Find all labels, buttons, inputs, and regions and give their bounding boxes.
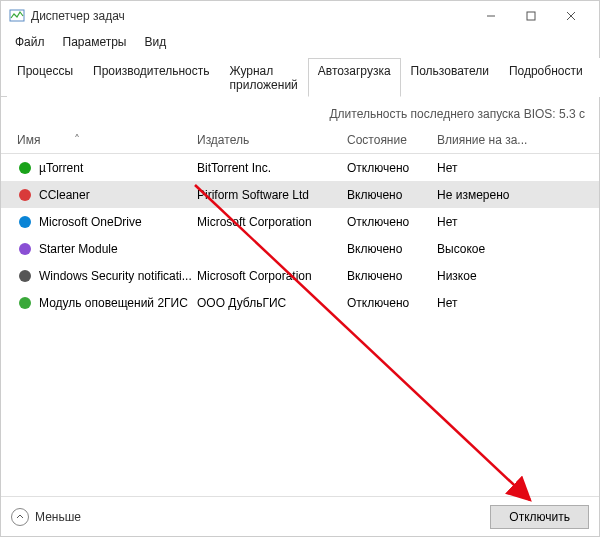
- svg-point-9: [19, 270, 31, 282]
- app-icon: [17, 295, 33, 311]
- app-icon: [17, 187, 33, 203]
- impact: Не измерено: [437, 188, 557, 202]
- maximize-button[interactable]: [511, 2, 551, 30]
- status: Включено: [347, 269, 437, 283]
- window-title: Диспетчер задач: [31, 9, 125, 23]
- app-name: Microsoft OneDrive: [39, 215, 142, 229]
- tab-apphistory[interactable]: Журнал приложений: [220, 58, 308, 97]
- header-name[interactable]: Имя ˄: [17, 133, 197, 147]
- publisher: ООО ДубльГИС: [197, 296, 347, 310]
- titlebar: Диспетчер задач: [1, 1, 599, 31]
- svg-rect-2: [527, 12, 535, 20]
- svg-point-7: [19, 216, 31, 228]
- tab-performance[interactable]: Производительность: [83, 58, 219, 97]
- app-icon: [17, 241, 33, 257]
- app-name: Windows Security notificati...: [39, 269, 192, 283]
- app-name: µTorrent: [39, 161, 83, 175]
- tabbar: Процессы Производительность Журнал прило…: [1, 53, 599, 97]
- app-icon: [17, 214, 33, 230]
- status: Включено: [347, 242, 437, 256]
- minimize-button[interactable]: [471, 2, 511, 30]
- tab-details[interactable]: Подробности: [499, 58, 593, 97]
- publisher: BitTorrent Inc.: [197, 161, 347, 175]
- impact: Высокое: [437, 242, 557, 256]
- table-row[interactable]: CCleanerPiriform Software LtdВключеноНе …: [1, 181, 599, 208]
- svg-point-5: [19, 162, 31, 174]
- footer: Меньше Отключить: [1, 496, 599, 536]
- publisher: Microsoft Corporation: [197, 215, 347, 229]
- impact: Низкое: [437, 269, 557, 283]
- close-button[interactable]: [551, 2, 591, 30]
- svg-point-6: [19, 189, 31, 201]
- startup-list: µTorrentBitTorrent Inc.ОтключеноНетCClea…: [1, 154, 599, 496]
- header-publisher[interactable]: Издатель: [197, 133, 347, 147]
- menu-file[interactable]: Файл: [7, 33, 53, 51]
- app-name: Starter Module: [39, 242, 118, 256]
- sort-ascending-icon: ˄: [74, 133, 80, 147]
- fewer-details-button[interactable]: Меньше: [11, 508, 81, 526]
- bios-duration: Длительность последнего запуска BIOS: 5.…: [1, 97, 599, 127]
- publisher: Microsoft Corporation: [197, 269, 347, 283]
- header-impact[interactable]: Влияние на за...: [437, 133, 557, 147]
- status: Отключено: [347, 215, 437, 229]
- header-status[interactable]: Состояние: [347, 133, 437, 147]
- tab-users[interactable]: Пользователи: [401, 58, 499, 97]
- impact: Нет: [437, 296, 557, 310]
- table-row[interactable]: Модуль оповещений 2ГИСООО ДубльГИСОтключ…: [1, 289, 599, 316]
- menubar: Файл Параметры Вид: [1, 31, 599, 53]
- table-row[interactable]: Microsoft OneDriveMicrosoft CorporationО…: [1, 208, 599, 235]
- table-row[interactable]: Windows Security notificati...Microsoft …: [1, 262, 599, 289]
- taskmgr-icon: [9, 8, 25, 24]
- app-name: CCleaner: [39, 188, 90, 202]
- status: Отключено: [347, 161, 437, 175]
- publisher: Piriform Software Ltd: [197, 188, 347, 202]
- svg-point-8: [19, 243, 31, 255]
- status: Включено: [347, 188, 437, 202]
- app-icon: [17, 268, 33, 284]
- menu-view[interactable]: Вид: [136, 33, 174, 51]
- chevron-up-icon: [11, 508, 29, 526]
- app-name: Модуль оповещений 2ГИС: [39, 296, 188, 310]
- status: Отключено: [347, 296, 437, 310]
- svg-point-10: [19, 297, 31, 309]
- column-headers: Имя ˄ Издатель Состояние Влияние на за..…: [1, 127, 599, 154]
- disable-button[interactable]: Отключить: [490, 505, 589, 529]
- impact: Нет: [437, 215, 557, 229]
- app-icon: [17, 160, 33, 176]
- table-row[interactable]: Starter ModuleВключеноВысокое: [1, 235, 599, 262]
- menu-options[interactable]: Параметры: [55, 33, 135, 51]
- table-row[interactable]: µTorrentBitTorrent Inc.ОтключеноНет: [1, 154, 599, 181]
- tab-startup[interactable]: Автозагрузка: [308, 58, 401, 97]
- impact: Нет: [437, 161, 557, 175]
- tab-processes[interactable]: Процессы: [7, 58, 83, 97]
- tab-services[interactable]: Службы: [593, 58, 600, 97]
